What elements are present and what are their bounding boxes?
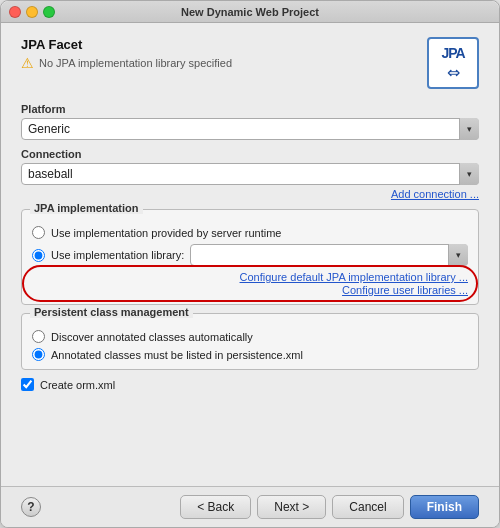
jpa-logo: JPA ⇔: [427, 37, 479, 89]
connection-section: Connection baseball ▾ Add connection ...: [21, 148, 479, 201]
warning-text: No JPA implementation library specified: [39, 57, 232, 69]
connection-select[interactable]: baseball: [21, 163, 479, 185]
orm-label: Create orm.xml: [40, 379, 115, 391]
add-connection-link[interactable]: Add connection ...: [391, 188, 479, 200]
next-button[interactable]: Next >: [257, 495, 326, 519]
cancel-button[interactable]: Cancel: [332, 495, 403, 519]
orm-row: Create orm.xml: [21, 378, 479, 391]
jpa-impl-group: JPA implementation Use implementation pr…: [21, 209, 479, 305]
close-button[interactable]: [9, 6, 21, 18]
persistent-label: Persistent class management: [30, 306, 193, 318]
impl-radio-row-1: Use implementation provided by server ru…: [32, 226, 468, 239]
impl-server-radio[interactable]: [32, 226, 45, 239]
help-button[interactable]: ?: [21, 497, 41, 517]
persistent-radio-row-1: Discover annotated classes automatically: [32, 330, 468, 343]
content-area: JPA Facet ⚠ No JPA implementation librar…: [1, 23, 499, 486]
discover-label: Discover annotated classes automatically: [51, 331, 253, 343]
annotated-label: Annotated classes must be listed in pers…: [51, 349, 303, 361]
connection-select-wrapper: baseball ▾: [21, 163, 479, 185]
platform-section: Platform Generic ▾: [21, 103, 479, 140]
footer: ? < Back Next > Cancel Finish: [1, 486, 499, 527]
orm-checkbox[interactable]: [21, 378, 34, 391]
footer-left: ?: [21, 497, 41, 517]
impl-library-label: Use implementation library:: [51, 249, 184, 261]
platform-label: Platform: [21, 103, 479, 115]
page-header-left: JPA Facet ⚠ No JPA implementation librar…: [21, 37, 232, 71]
configure-links: Configure default JPA implementation lib…: [32, 271, 468, 296]
impl-library-radio[interactable]: [32, 249, 45, 262]
impl-server-label: Use implementation provided by server ru…: [51, 227, 282, 239]
discover-radio[interactable]: [32, 330, 45, 343]
impl-radio-row-2: Use implementation library: ▾: [32, 244, 468, 266]
add-connection-row: Add connection ...: [21, 187, 479, 201]
maximize-button[interactable]: [43, 6, 55, 18]
window-controls: [9, 6, 55, 18]
main-window: New Dynamic Web Project JPA Facet ⚠ No J…: [0, 0, 500, 528]
persistent-group: Persistent class management Discover ann…: [21, 313, 479, 370]
impl-library-select-wrapper: ▾: [190, 244, 468, 266]
configure-default-link[interactable]: Configure default JPA implementation lib…: [32, 271, 468, 283]
warning-icon: ⚠: [21, 55, 34, 71]
jpa-arrows-icon: ⇔: [447, 63, 460, 82]
minimize-button[interactable]: [26, 6, 38, 18]
page-header: JPA Facet ⚠ No JPA implementation librar…: [21, 37, 479, 89]
finish-button[interactable]: Finish: [410, 495, 479, 519]
persistent-radio-row-2: Annotated classes must be listed in pers…: [32, 348, 468, 361]
back-button[interactable]: < Back: [180, 495, 251, 519]
annotated-radio[interactable]: [32, 348, 45, 361]
jpa-logo-text: JPA: [441, 45, 464, 61]
footer-buttons: < Back Next > Cancel Finish: [180, 495, 479, 519]
warning-row: ⚠ No JPA implementation library specifie…: [21, 55, 232, 71]
impl-library-input[interactable]: [190, 244, 468, 266]
window-title: New Dynamic Web Project: [181, 6, 319, 18]
connection-label: Connection: [21, 148, 479, 160]
titlebar: New Dynamic Web Project: [1, 1, 499, 23]
configure-user-link[interactable]: Configure user libraries ...: [32, 284, 468, 296]
jpa-impl-label: JPA implementation: [30, 202, 143, 214]
page-title: JPA Facet: [21, 37, 232, 52]
platform-select[interactable]: Generic: [21, 118, 479, 140]
platform-select-wrapper: Generic ▾: [21, 118, 479, 140]
